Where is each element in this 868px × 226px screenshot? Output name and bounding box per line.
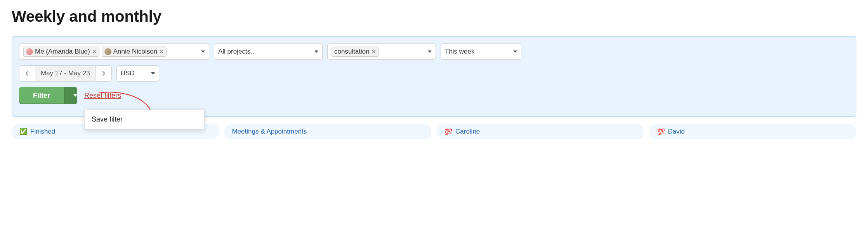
filter-button[interactable]: Filter [19,87,64,104]
currency-value: USD [121,70,149,77]
projects-filter[interactable]: All projects... [214,43,323,60]
reset-filters-link[interactable]: Reset filters [84,92,121,100]
currency-select[interactable]: USD [116,65,159,82]
people-filter[interactable]: Me (Amanda Blue) ✕ Annie Nicolson ✕ [19,43,209,60]
filter-actions-row: Filter Reset filters [19,87,849,104]
page-title: Weekly and monthly [12,8,856,25]
chevron-left-icon [25,71,29,76]
pill-label: David [668,128,685,136]
chevron-down-icon[interactable] [151,72,155,75]
date-next-button[interactable] [96,66,111,81]
avatar-icon [104,48,111,55]
chip-remove-icon[interactable]: ✕ [92,49,97,54]
hundred-icon: 💯 [444,128,452,136]
period-placeholder: This week [445,48,511,56]
person-chip[interactable]: Me (Amanda Blue) ✕ [23,47,99,57]
filter-row-2: May 17 - May 23 USD [19,65,849,82]
projects-placeholder: All projects... [218,48,312,56]
chevron-right-icon [102,71,106,76]
chevron-down-icon[interactable] [201,50,205,53]
avatar-icon [26,48,33,55]
pill-label: Meetings & Appointments [232,128,307,136]
tags-filter[interactable]: consultation ✕ [327,43,436,60]
pill-label: Finished [30,128,55,136]
saved-filter-meetings[interactable]: Meetings & Appointments [224,124,432,139]
filter-panel: Me (Amanda Blue) ✕ Annie Nicolson ✕ All … [12,36,856,117]
date-navigator: May 17 - May 23 [19,65,112,82]
hundred-icon: 💯 [657,128,665,136]
filter-row-1: Me (Amanda Blue) ✕ Annie Nicolson ✕ All … [19,43,849,60]
saved-filter-david[interactable]: 💯 David [649,124,857,139]
chip-remove-icon[interactable]: ✕ [372,49,376,54]
tag-chip[interactable]: consultation ✕ [332,47,379,57]
check-icon: ✅ [19,129,27,135]
chevron-down-icon[interactable] [314,50,318,53]
date-range-display[interactable]: May 17 - May 23 [35,66,96,81]
tag-chip-label: consultation [334,48,370,56]
chevron-down-icon[interactable] [428,50,432,53]
chevron-down-icon [73,94,77,97]
saved-filter-caroline[interactable]: 💯 Caroline [437,124,644,139]
filter-button-group: Filter [19,87,77,104]
filter-dropdown-menu: Save filter [84,110,205,129]
chip-remove-icon[interactable]: ✕ [159,49,164,54]
person-chip-label: Me (Amanda Blue) [35,48,90,56]
filter-dropdown-toggle[interactable] [64,87,77,104]
chevron-down-icon[interactable] [513,50,517,53]
pill-label: Caroline [455,128,480,136]
person-chip-label: Annie Nicolson [113,48,157,56]
person-chip[interactable]: Annie Nicolson ✕ [102,47,167,57]
date-prev-button[interactable] [19,66,35,81]
period-filter[interactable]: This week [441,43,521,60]
save-filter-item[interactable]: Save filter [85,110,204,129]
